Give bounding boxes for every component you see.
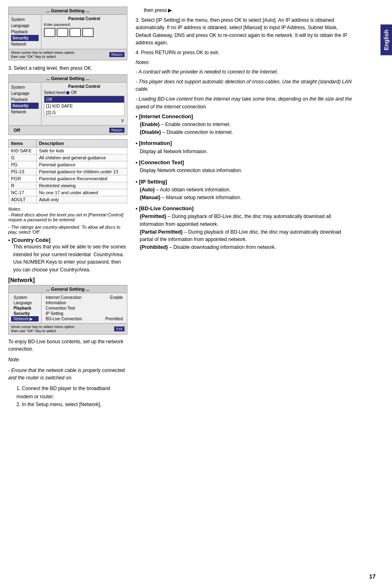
network-step-2: 2. In the Setup menu, select [Network], [16, 401, 127, 409]
bullet-heading: • [Connection Test] [136, 158, 353, 167]
rating-table: Items Description KID SAFESafe for kidsG… [8, 139, 127, 203]
net-menu-playback[interactable]: Playback [11, 305, 39, 311]
step3-text: 3. Select [IP Setting] in the menu, then… [136, 16, 353, 47]
r-note1: - A contract with the provider is needed… [136, 68, 353, 76]
gs-footer-1: Move cursor key to select menu option th… [9, 49, 127, 60]
bullet-heading: • [IP Setting] [136, 178, 353, 186]
right-bullets: • [Internet Connection]{Enable} – Enable… [136, 113, 353, 251]
gs-panel-title-2: Parental Control [44, 84, 125, 89]
r-notes-label: Notes: [136, 59, 353, 67]
scroll-indicator: ∨ [44, 117, 125, 124]
right-bullet-item: • [Internet Connection]{Enable} – Enable… [136, 113, 353, 136]
network-title: [Network] [8, 277, 127, 283]
network-step-1: 1. Connect the BD player to the broadban… [16, 385, 127, 400]
gs-network-footer: Move cursor key to select menu option th… [9, 323, 127, 334]
table-header-items: Items [9, 140, 37, 147]
gs-panel-1: Parental Control Enter password: [42, 15, 127, 49]
bullet-content: Display Network connection status inform… [136, 167, 353, 175]
select-item-g[interactable]: [2] G [44, 109, 124, 116]
table-row: ADULTAdult only [9, 196, 127, 203]
r-note3: - Loading BD-Live content from the inter… [136, 95, 353, 110]
country-code-section: • [Country Code] This ensures that you w… [8, 237, 127, 273]
right-bullet-item: • [IP Setting]{Auto} – Auto obtain netwo… [136, 178, 353, 201]
net-row-3: Connection Test [44, 305, 125, 311]
table-row: PGRParental guidance Recommended [9, 175, 127, 182]
network-note-label: Note: [8, 356, 127, 363]
net-menu-security[interactable]: Security [11, 311, 39, 316]
bullet-content: {Permitted} – During playback of BD-Live… [136, 213, 353, 251]
gs-panel-title-1: Parental Control [44, 16, 125, 21]
table-cell-item: G [9, 154, 37, 161]
net-row-1: Internet ConnectionEnable [44, 295, 125, 300]
right-bullet-item: • [Information]Display all Network Infor… [136, 139, 353, 155]
select-item-kidsafe[interactable]: [1] KID SAFE [44, 103, 124, 109]
table-cell-item: KID SAFE [9, 147, 37, 154]
r-note2: - This player does not support automatic… [136, 78, 353, 93]
table-cell-item: PG [9, 161, 37, 168]
table-row: PG-13Parental guidance for children unde… [9, 168, 127, 175]
bullet-content: Display all Network Informaion. [136, 148, 353, 156]
current-value: Off [71, 90, 76, 95]
gs-return-btn-1[interactable]: Return [109, 52, 125, 57]
table-cell-desc: Parental guidance for children under 13 [36, 168, 127, 175]
net-row-2: Information [44, 300, 125, 305]
gs-panel-2: Parental Control Select level: Off Off [… [42, 83, 127, 125]
table-cell-item: NC-17 [9, 189, 37, 196]
net-row-4: IP Setting [44, 311, 125, 316]
gs-box-select: ... General Setting ... System Language … [8, 74, 127, 135]
right-bullet-item: • [BD-Live Connection]{Permitted} – Duri… [136, 204, 353, 251]
table-header-desc: Description [36, 140, 127, 147]
right-column: then press ▶. 3. Select [IP Setting] in … [136, 7, 353, 251]
gs-password-boxes [44, 28, 125, 37]
then-press: then press ▶. [136, 7, 353, 14]
net-menu-network[interactable]: Network ▶ [11, 316, 39, 322]
gs-footer-2: Off Return [9, 125, 127, 135]
table-row: NC-17No one 17 and under allowed [9, 189, 127, 196]
table-cell-desc: Parental guidance Recommended [36, 175, 127, 182]
gs-network-menu: System Language Playback Security Networ… [9, 293, 42, 323]
gs-menu2-playback[interactable]: Playback [11, 96, 39, 103]
notes-label: Notes: [8, 207, 127, 211]
table-cell-desc: Restricted viewing [36, 182, 127, 189]
gs-pw-box-4[interactable] [82, 28, 94, 37]
table-cell-desc: All children and general guidance [36, 154, 127, 161]
gs-menu2-system[interactable]: System [11, 84, 39, 90]
gs-title-1: ... General Setting ... [9, 7, 127, 15]
gs-pw-box-2[interactable] [57, 28, 68, 37]
bullet-heading: • [Information] [136, 139, 353, 147]
gs-title-2: ... General Setting ... [9, 75, 127, 83]
bullet-content: {Enable} – Enable connection to internet… [136, 121, 353, 136]
gs-box-password: ... General Setting ... System Language … [8, 7, 127, 60]
gs-return-btn-2[interactable]: Return [109, 128, 125, 133]
gs-menu-1: System Language Playback Security Networ… [9, 15, 42, 49]
table-cell-item: ADULT [9, 196, 37, 203]
net-menu-language[interactable]: Language [11, 300, 39, 305]
net-menu-system[interactable]: System [11, 295, 39, 300]
table-cell-item: R [9, 182, 37, 189]
gs-menu2-network[interactable]: Network [11, 109, 39, 115]
table-cell-desc: No one 17 and under allowed [36, 189, 127, 196]
table-row: GAll children and general guidance [9, 154, 127, 161]
gs-network-panel: Internet ConnectionEnable Information Co… [42, 293, 127, 323]
gs-pw-box-3[interactable] [69, 28, 81, 37]
select-item-off[interactable]: Off [44, 96, 124, 103]
gs-menu2-security[interactable]: Security [11, 103, 39, 109]
country-code-body: This ensures that you will be able to se… [8, 243, 127, 273]
gs-menu-system[interactable]: System [11, 16, 39, 23]
gs-menu-playback[interactable]: Playback [11, 29, 39, 35]
network-steps: 1. Connect the BD player to the broadban… [8, 385, 127, 409]
gs-menu-network[interactable]: Network [11, 41, 39, 47]
right-bullet-item: • [Connection Test]Display Network conne… [136, 158, 353, 175]
off-label: Off [11, 127, 23, 133]
step4-text: 4. Press RETURN or press OK to exit. [136, 49, 353, 57]
gs-select-list[interactable]: Off [1] KID SAFE [2] G [44, 96, 125, 116]
gs-menu-language[interactable]: Language [11, 23, 39, 29]
gs-pw-box-1[interactable] [44, 28, 55, 37]
table-row: KID SAFESafe for kids [9, 147, 127, 154]
gs-network-title: ... General Setting ... [9, 285, 127, 293]
net-footer-hint: Move cursor key to select menu option th… [11, 325, 74, 333]
net-exit-btn[interactable]: Exit [114, 326, 125, 331]
gs-menu-security[interactable]: Security [11, 35, 39, 41]
side-language-tab: English [380, 25, 392, 55]
gs-menu2-language[interactable]: Language [11, 90, 39, 96]
